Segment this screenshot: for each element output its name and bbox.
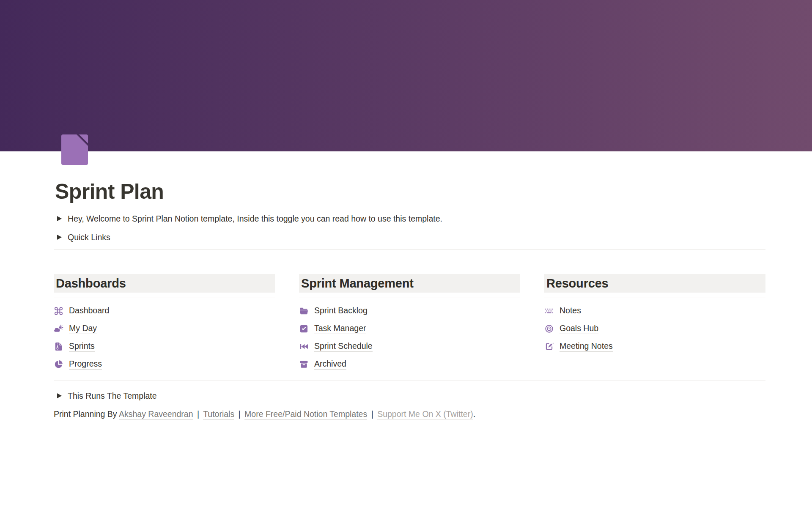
file-icon	[54, 342, 63, 351]
column-dashboards: Dashboards Dashboard	[54, 274, 275, 373]
footer-credits: Print Planning By Akshay Raveendran | Tu…	[54, 406, 765, 422]
link-item-dashboard[interactable]: Dashboard	[54, 302, 275, 320]
rewind-icon	[299, 342, 309, 351]
toggle-quick-links-label: Quick Links	[68, 233, 110, 242]
footer-prefix: Print Planning By	[54, 409, 117, 419]
toggle-runs-template-label: This Runs The Template	[68, 391, 157, 401]
toggle-quick-links[interactable]: Quick Links	[54, 229, 765, 245]
toggle-welcome-label: Hey, Welcome to Sprint Plan Notion templ…	[68, 214, 442, 224]
link-label[interactable]: Sprint Backlog	[314, 306, 368, 316]
divider	[54, 381, 765, 381]
toggle-triangle-icon[interactable]	[54, 232, 65, 243]
column-resources: Resources	[544, 274, 765, 373]
link-label[interactable]: Sprints	[69, 341, 95, 352]
page-cover	[0, 0, 812, 151]
link-item-sprints[interactable]: Sprints	[54, 337, 275, 355]
pie-chart-icon	[54, 359, 63, 369]
link-label[interactable]: Meeting Notes	[560, 341, 613, 352]
footer-separator: |	[197, 409, 199, 419]
link-item-progress[interactable]: Progress	[54, 355, 275, 373]
archive-icon	[299, 359, 309, 369]
page-body: Sprint Plan Hey, Welcome to Sprint Plan …	[54, 179, 765, 422]
link-label[interactable]: Task Manager	[314, 323, 366, 334]
link-item-sprint-schedule[interactable]: Sprint Schedule	[299, 337, 520, 355]
footer-link-author[interactable]: Akshay Raveendran	[119, 409, 193, 419]
page-title: Sprint Plan	[55, 179, 765, 204]
link-item-archived[interactable]: Archived	[299, 355, 520, 373]
link-list: Sprint Backlog Task Manager	[299, 302, 520, 373]
toggle-runs-template[interactable]: This Runs The Template	[54, 388, 765, 404]
link-item-notes[interactable]: Notes	[544, 302, 765, 320]
column-heading-sprint-management: Sprint Management	[299, 274, 520, 293]
link-label[interactable]: Archived	[314, 359, 346, 370]
footer-link-twitter[interactable]: Support Me On X (Twitter)	[377, 409, 473, 419]
toggle-triangle-icon[interactable]	[54, 213, 65, 224]
divider	[54, 249, 765, 249]
document-icon	[61, 134, 88, 165]
divider	[54, 298, 275, 298]
edit-icon	[544, 342, 554, 351]
link-item-goals-hub[interactable]: Goals Hub	[544, 320, 765, 337]
link-label[interactable]: Notes	[560, 306, 581, 316]
link-label[interactable]: Progress	[69, 359, 102, 370]
divider	[544, 298, 765, 298]
column-list: Dashboards Dashboard	[54, 274, 765, 373]
column-heading-resources: Resources	[544, 274, 765, 293]
link-item-sprint-backlog[interactable]: Sprint Backlog	[299, 302, 520, 320]
link-label[interactable]: My Day	[69, 323, 97, 334]
sun-cloud-icon	[54, 324, 63, 334]
folder-icon	[299, 306, 309, 316]
divider	[299, 298, 520, 298]
footer-separator: |	[371, 409, 373, 419]
link-item-meeting-notes[interactable]: Meeting Notes	[544, 337, 765, 355]
checkbox-icon	[299, 324, 309, 334]
link-label[interactable]: Goals Hub	[560, 323, 598, 334]
page-icon[interactable]	[61, 134, 88, 165]
link-label[interactable]: Sprint Schedule	[314, 341, 373, 352]
footer-suffix: .	[473, 409, 475, 419]
toggle-triangle-icon[interactable]	[54, 390, 65, 401]
footer-separator: |	[239, 409, 241, 419]
column-heading-dashboards: Dashboards	[54, 274, 275, 293]
link-list: Dashboard	[54, 302, 275, 373]
link-list: Notes Goals Hub	[544, 302, 765, 355]
link-label[interactable]: Dashboard	[69, 306, 109, 316]
keyboard-icon	[544, 306, 554, 316]
footer-link-tutorials[interactable]: Tutorials	[203, 409, 234, 419]
column-sprint-management: Sprint Management Sprint Backlog	[299, 274, 520, 373]
footer-link-templates[interactable]: More Free/Paid Notion Templates	[244, 409, 367, 419]
target-icon	[544, 324, 554, 334]
toggle-welcome[interactable]: Hey, Welcome to Sprint Plan Notion templ…	[54, 211, 765, 227]
link-item-task-manager[interactable]: Task Manager	[299, 320, 520, 337]
command-icon	[54, 306, 63, 316]
link-item-my-day[interactable]: My Day	[54, 320, 275, 337]
